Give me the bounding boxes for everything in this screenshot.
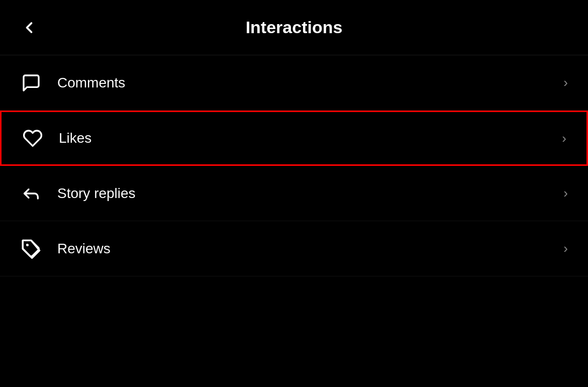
menu-item-story-replies[interactable]: Story replies › xyxy=(0,166,588,221)
likes-chevron: › xyxy=(562,131,566,146)
menu-item-likes[interactable]: Likes › xyxy=(0,111,588,166)
heart-icon xyxy=(22,127,44,149)
menu-item-left-likes: Likes xyxy=(22,127,91,149)
svg-point-2 xyxy=(26,244,29,246)
menu-item-left-story-replies: Story replies xyxy=(20,182,136,205)
comments-label: Comments xyxy=(57,75,125,91)
svg-marker-1 xyxy=(23,240,39,258)
likes-label: Likes xyxy=(59,130,91,146)
tag-icon xyxy=(20,238,42,260)
header: Interactions xyxy=(0,0,588,55)
menu-item-left-comments: Comments xyxy=(20,72,125,94)
menu-item-reviews[interactable]: Reviews › xyxy=(0,221,588,276)
back-button[interactable] xyxy=(20,19,38,37)
reply-icon xyxy=(20,182,42,205)
reviews-chevron: › xyxy=(563,241,568,256)
comments-chevron: › xyxy=(563,75,568,90)
reviews-label: Reviews xyxy=(57,241,111,257)
menu-item-left-reviews: Reviews xyxy=(20,238,111,260)
story-replies-label: Story replies xyxy=(57,185,136,202)
story-replies-chevron: › xyxy=(563,185,568,201)
menu-list: Comments › Likes › Story replies › xyxy=(0,55,588,276)
comment-icon xyxy=(20,72,42,94)
menu-item-comments[interactable]: Comments › xyxy=(0,55,588,111)
page-title: Interactions xyxy=(246,18,343,37)
